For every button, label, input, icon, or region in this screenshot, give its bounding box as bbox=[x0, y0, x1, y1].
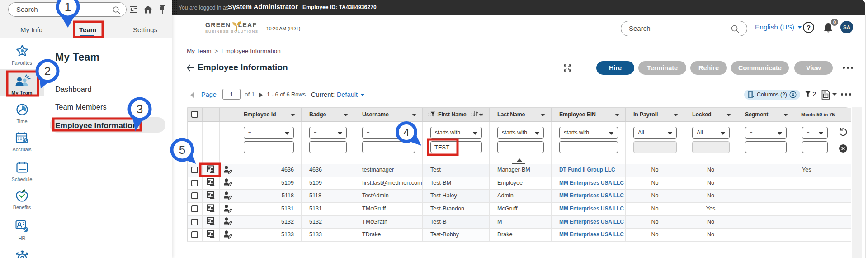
select-all-checkbox[interactable] bbox=[191, 111, 198, 118]
column-menu-icon[interactable] bbox=[479, 114, 483, 116]
column-menu-icon[interactable] bbox=[674, 114, 678, 116]
filter-input-employee-id[interactable] bbox=[244, 141, 294, 153]
sidebar-item-accruals[interactable]: Accruals bbox=[0, 129, 44, 157]
current-view-selector[interactable]: Default bbox=[337, 91, 365, 98]
employee-info-icon[interactable] bbox=[207, 165, 216, 174]
column-menu-icon[interactable] bbox=[412, 114, 416, 116]
clear-filters-icon[interactable] bbox=[839, 144, 848, 153]
next-page-icon[interactable] bbox=[259, 92, 263, 98]
home-icon[interactable] bbox=[144, 5, 152, 14]
sidebar-item-hr[interactable]: HR bbox=[0, 217, 44, 244]
sidebar-item-favorites[interactable]: Favorites bbox=[0, 42, 44, 68]
hire-button[interactable]: Hire bbox=[596, 61, 634, 75]
columns-chip[interactable]: Columns (2) bbox=[744, 90, 800, 100]
cell-employee-ein[interactable]: MM Enterprises USA LLC bbox=[552, 177, 626, 190]
filter-input-username[interactable] bbox=[362, 141, 415, 153]
row-checkbox[interactable] bbox=[191, 167, 198, 173]
sort-icon[interactable] bbox=[472, 111, 479, 117]
grid-more-button[interactable] bbox=[841, 93, 851, 96]
report-icon[interactable] bbox=[130, 5, 138, 14]
terminate-button[interactable]: Terminate bbox=[638, 61, 686, 75]
view-button[interactable]: View bbox=[794, 61, 833, 75]
cell-employee-ein[interactable]: DT Fund II Group LLC bbox=[552, 164, 626, 177]
cell-employee-ein[interactable]: MM Enterprises USA LLC bbox=[552, 203, 626, 216]
row-checkbox[interactable] bbox=[191, 205, 198, 212]
menu-item-team-members[interactable]: Team Members bbox=[55, 103, 107, 111]
column-menu-icon[interactable] bbox=[344, 114, 348, 116]
employee-edit-icon[interactable] bbox=[223, 165, 232, 174]
filter-operator-select[interactable]: = bbox=[309, 127, 347, 139]
column-menu-icon[interactable] bbox=[541, 114, 545, 116]
employee-edit-icon[interactable] bbox=[223, 178, 232, 186]
filter-operator-select[interactable]: All bbox=[633, 127, 677, 139]
employee-edit-icon[interactable] bbox=[223, 230, 232, 239]
employee-info-icon[interactable] bbox=[207, 230, 216, 239]
row-checkbox[interactable] bbox=[191, 180, 198, 186]
sidebar-item-performance[interactable] bbox=[0, 247, 44, 258]
column-header-segment[interactable]: Segment bbox=[737, 108, 794, 121]
filter-input-segment[interactable] bbox=[745, 141, 787, 153]
sidebar-item-schedule[interactable]: Schedule bbox=[0, 158, 44, 186]
help-button[interactable]: ? bbox=[803, 22, 814, 33]
employee-info-icon[interactable] bbox=[207, 217, 216, 225]
communicate-button[interactable]: Communicate bbox=[731, 61, 789, 75]
export-button[interactable] bbox=[821, 90, 830, 101]
filter-input-first-name[interactable] bbox=[430, 141, 482, 153]
filter-input-locked[interactable] bbox=[692, 141, 730, 153]
column-header-badge[interactable]: Badge bbox=[302, 108, 354, 121]
column-header-meets-50-in-75[interactable]: Meets 50 in 75 bbox=[794, 108, 835, 121]
row-checkbox[interactable] bbox=[191, 231, 198, 238]
breadcrumb-employee-information[interactable]: Employee Information bbox=[221, 48, 280, 54]
filter-operator-select[interactable]: starts with bbox=[497, 127, 544, 139]
employee-edit-icon[interactable] bbox=[223, 191, 232, 200]
filter-operator-select[interactable]: starts with bbox=[559, 127, 618, 139]
page-number-input[interactable] bbox=[222, 89, 241, 100]
column-header-in-payroll[interactable]: In Payroll bbox=[626, 108, 684, 121]
sidebar-search-input[interactable]: Search bbox=[8, 2, 127, 17]
employee-edit-icon[interactable] bbox=[223, 217, 232, 225]
filter-input-employee-ein[interactable] bbox=[559, 141, 618, 153]
clear-columns-icon[interactable] bbox=[789, 91, 797, 98]
sidebar-item-my-team[interactable]: My Team bbox=[0, 69, 44, 96]
column-header-locked[interactable]: Locked bbox=[684, 108, 737, 121]
column-menu-icon[interactable] bbox=[726, 114, 731, 116]
column-menu-icon[interactable] bbox=[615, 114, 619, 116]
cell-employee-ein[interactable]: MM Enterprises USA LLC bbox=[552, 190, 626, 203]
filter-operator-select[interactable]: All bbox=[692, 127, 730, 139]
more-actions-button[interactable] bbox=[843, 67, 853, 69]
filter-operator-select[interactable]: = bbox=[745, 127, 787, 139]
language-selector[interactable]: English (US) bbox=[755, 23, 802, 31]
menu-item-employee-information[interactable]: Employee Information bbox=[55, 121, 137, 130]
avatar[interactable]: SA bbox=[840, 21, 853, 33]
column-header-last-name[interactable]: Last Name bbox=[490, 108, 552, 121]
prev-page-icon[interactable] bbox=[190, 92, 194, 98]
employee-info-icon[interactable] bbox=[207, 178, 216, 186]
employee-info-icon[interactable] bbox=[207, 204, 216, 213]
filter-operator-select[interactable]: = bbox=[244, 127, 294, 139]
cell-employee-ein[interactable]: MM Enterprises USA LLC bbox=[552, 216, 626, 229]
sidebar-item-benefits[interactable]: Benefits bbox=[0, 186, 44, 215]
breadcrumb-my-team[interactable]: My Team bbox=[187, 48, 212, 54]
column-header-username[interactable]: Username bbox=[354, 108, 423, 121]
filter-operator-select[interactable]: = bbox=[362, 127, 415, 139]
expand-icon[interactable] bbox=[563, 64, 571, 72]
column-header-employee-id[interactable]: Employee Id bbox=[236, 108, 302, 121]
filter-input-last-name[interactable] bbox=[497, 141, 544, 153]
pin-icon[interactable] bbox=[159, 5, 166, 14]
filter-input-badge[interactable] bbox=[309, 141, 347, 153]
back-arrow-icon[interactable] bbox=[187, 64, 194, 72]
global-search-input[interactable]: Search bbox=[621, 21, 747, 36]
sidebar-item-time[interactable]: Time bbox=[0, 100, 44, 127]
filter-input-in-payroll[interactable] bbox=[633, 141, 677, 153]
column-menu-icon[interactable] bbox=[783, 114, 788, 116]
column-header-employee-ein[interactable]: Employee EIN bbox=[552, 108, 626, 121]
filter-operator-select[interactable]: starts with bbox=[430, 127, 482, 139]
column-menu-icon[interactable] bbox=[291, 114, 295, 116]
row-checkbox[interactable] bbox=[191, 219, 198, 225]
rehire-button[interactable]: Rehire bbox=[690, 61, 727, 75]
employee-info-icon[interactable] bbox=[207, 191, 216, 200]
column-header-first-name[interactable]: First Name bbox=[423, 108, 490, 121]
filter-operator-select[interactable]: = bbox=[802, 127, 828, 139]
tab-my-info[interactable]: My Info bbox=[20, 26, 42, 33]
menu-item-dashboard[interactable]: Dashboard bbox=[55, 85, 92, 94]
